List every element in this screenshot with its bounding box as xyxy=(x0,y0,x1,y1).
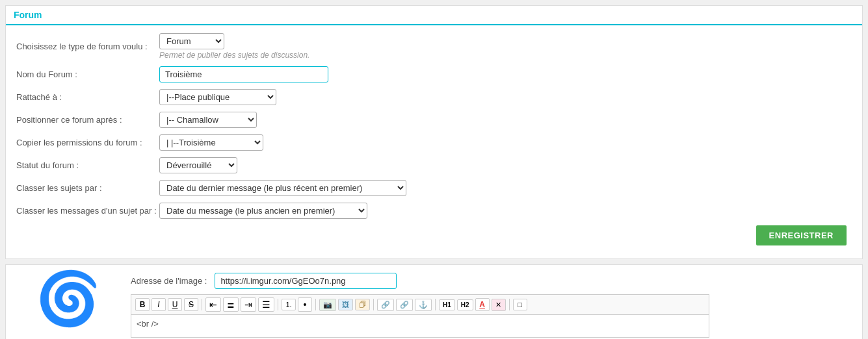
nom-forum-input[interactable] xyxy=(159,66,328,82)
image-panel-body: 🌀 Adresse de l'image : B I U S ⇤ xyxy=(6,265,862,339)
classer-sujets-select[interactable]: Date du dernier message (le plus récent … xyxy=(159,180,406,196)
statut-row: Statut du forum : Déverrouillé xyxy=(16,157,852,173)
toolbar-source[interactable]: □ xyxy=(513,299,527,310)
statut-wrap: Déverrouillé xyxy=(159,157,852,173)
swirl-icon: 🌀 xyxy=(36,273,101,325)
rattache-select[interactable]: |--Place publique xyxy=(159,89,276,105)
classer-messages-wrap: Date du message (le plus ancien en premi… xyxy=(159,203,852,219)
toolbar-img3[interactable]: 🗍 xyxy=(355,299,370,310)
forum-type-row: Choisissez le type de forum voulu : Foru… xyxy=(16,33,852,60)
image-panel: 🌀 Adresse de l'image : B I U S ⇤ xyxy=(5,264,863,339)
classer-sujets-row: Classer les sujets par : Date du dernier… xyxy=(16,180,852,196)
copier-wrap: | |--Troisième xyxy=(159,134,852,151)
panel-title: Forum xyxy=(14,10,42,20)
toolbar-bold[interactable]: B xyxy=(135,298,150,311)
enregistrer-button[interactable]: ENREGISTRER xyxy=(756,225,847,245)
toolbar-eraser[interactable]: ✕ xyxy=(492,299,506,311)
toolbar-a-color[interactable]: A xyxy=(475,298,490,311)
forum-type-select[interactable]: Forum xyxy=(159,33,224,49)
swirl-area: 🌀 xyxy=(16,273,120,325)
toolbar-h2[interactable]: H2 xyxy=(457,299,473,310)
image-url-input[interactable] xyxy=(215,273,397,289)
copier-row: Copier les permissions du forum : | |--T… xyxy=(16,134,852,151)
editor-wrapper: B I U S ⇤ ≣ ⇥ ☰ 1. • 📷 🖼 xyxy=(131,294,709,338)
toolbar-align-justify[interactable]: ☰ xyxy=(258,297,274,312)
toolbar-italic[interactable]: I xyxy=(151,298,166,311)
toolbar-unlink[interactable]: 🔗 xyxy=(396,299,413,311)
toolbar-sep4 xyxy=(373,299,374,310)
nom-forum-label: Nom du Forum : xyxy=(16,69,159,79)
toolbar-anchor[interactable]: ⚓ xyxy=(415,299,432,311)
classer-sujets-label: Classer les sujets par : xyxy=(16,183,159,193)
rattache-row: Rattaché à : |--Place publique xyxy=(16,89,852,105)
editor-content[interactable]: <br /> xyxy=(131,314,709,338)
toolbar-underline[interactable]: U xyxy=(168,298,182,311)
toolbar-align-left[interactable]: ⇤ xyxy=(205,297,221,312)
rattache-wrap: |--Place publique xyxy=(159,89,852,105)
positioner-label: Positionner ce forum après : xyxy=(16,115,159,125)
nom-forum-row: Nom du Forum : xyxy=(16,66,852,82)
image-form-area: Adresse de l'image : B I U S ⇤ ≣ ⇥ ☰ xyxy=(131,273,852,338)
toolbar-img2[interactable]: 🖼 xyxy=(338,299,353,310)
statut-label: Statut du forum : xyxy=(16,160,159,170)
nom-forum-wrap xyxy=(159,66,852,82)
btn-row: ENREGISTRER xyxy=(16,225,852,251)
classer-messages-select[interactable]: Date du message (le plus ancien en premi… xyxy=(159,203,367,219)
forum-panel: Forum Choisissez le type de forum voulu … xyxy=(5,5,863,259)
toolbar-strikethrough[interactable]: S xyxy=(184,298,198,311)
image-row: 🌀 Adresse de l'image : B I U S ⇤ xyxy=(16,273,852,338)
toolbar-h1[interactable]: H1 xyxy=(439,299,455,310)
toolbar-align-center[interactable]: ≣ xyxy=(223,297,239,312)
panel-header: Forum xyxy=(6,6,862,25)
image-addr-label: Adresse de l'image : xyxy=(131,276,207,286)
image-addr-row: Adresse de l'image : xyxy=(131,273,852,289)
forum-type-label: Choisissez le type de forum voulu : xyxy=(16,42,159,51)
rattache-label: Rattaché à : xyxy=(16,92,159,102)
toolbar-sep5 xyxy=(435,299,436,310)
forum-type-hint: Permet de publier des sujets de discussi… xyxy=(159,51,852,60)
toolbar-sep6 xyxy=(509,299,510,310)
toolbar-align-right[interactable]: ⇥ xyxy=(241,297,256,312)
editor-toolbar: B I U S ⇤ ≣ ⇥ ☰ 1. • 📷 🖼 xyxy=(131,294,709,314)
toolbar-img1[interactable]: 📷 xyxy=(319,299,336,311)
toolbar-list-ordered[interactable]: 1. xyxy=(282,299,296,310)
classer-sujets-wrap: Date du dernier message (le plus récent … xyxy=(159,180,852,196)
forum-type-wrap: Forum Permet de publier des sujets de di… xyxy=(159,33,852,60)
toolbar-link[interactable]: 🔗 xyxy=(377,299,394,311)
classer-messages-label: Classer les messages d'un sujet par : xyxy=(16,206,159,216)
toolbar-list-unordered[interactable]: • xyxy=(298,297,312,312)
statut-select[interactable]: Déverrouillé xyxy=(159,157,237,173)
classer-messages-row: Classer les messages d'un sujet par : Da… xyxy=(16,203,852,219)
copier-label: Copier les permissions du forum : xyxy=(16,138,159,147)
toolbar-sep2 xyxy=(278,299,278,310)
toolbar-sep3 xyxy=(315,299,316,310)
positioner-row: Positionner ce forum après : |-- Chamall… xyxy=(16,112,852,128)
copier-select[interactable]: | |--Troisième xyxy=(159,134,263,151)
positioner-select[interactable]: |-- Chamallow xyxy=(159,112,257,128)
positioner-wrap: |-- Chamallow xyxy=(159,112,852,128)
panel-body: Choisissez le type de forum voulu : Foru… xyxy=(6,25,862,258)
toolbar-sep1 xyxy=(202,299,202,310)
